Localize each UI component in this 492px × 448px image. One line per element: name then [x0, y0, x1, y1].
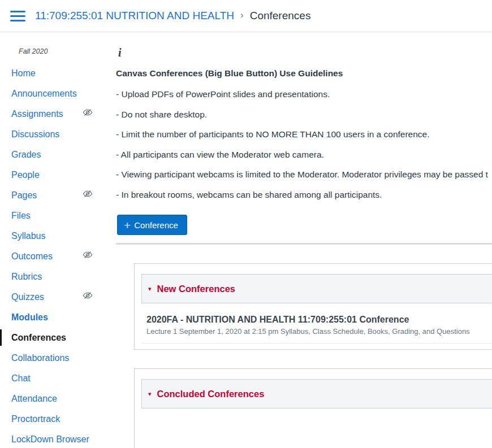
breadcrumb-header: 11:709:255:01 NUTRITION AND HEALTH › Con…: [0, 0, 492, 32]
sidebar-item-home[interactable]: Home: [0, 65, 116, 81]
sidebar-item-label: Syllabus: [11, 231, 45, 241]
sidebar-item-assignments[interactable]: Assignments: [0, 106, 116, 122]
breadcrumb-current-page: Conferences: [250, 10, 311, 22]
new-conferences-section: ▾ New Conferences 2020FA - NUTRITION AND…: [134, 263, 492, 350]
course-nav-list: Home Announcements Assignments Discussio…: [0, 65, 116, 447]
sidebar-item-collaborations[interactable]: Collaborations: [0, 350, 116, 366]
guidelines-title: Canvas Conferences (Big Blue Button) Use…: [116, 68, 492, 79]
sidebar-item-label: Home: [11, 68, 36, 78]
caret-down-icon: ▾: [148, 286, 152, 292]
sidebar-item-label: Collaborations: [11, 353, 69, 363]
sidebar-item-label: Modules: [11, 312, 48, 322]
concluded-conferences-section: ▾ Concluded Conferences: [134, 368, 492, 448]
sidebar-item-label: Chat: [11, 373, 31, 383]
hidden-eye-icon: [83, 250, 93, 259]
sidebar-item-chat[interactable]: Chat: [0, 370, 116, 386]
breadcrumb: 11:709:255:01 NUTRITION AND HEALTH › Con…: [35, 10, 310, 22]
guideline-item: - Viewing participant webcams is limited…: [116, 170, 492, 179]
conference-description: Lecture 1 September 1, 2020 at 2:15 pm S…: [146, 327, 492, 336]
sidebar-item-label: Attendance: [11, 394, 57, 403]
hamburger-bar: [10, 11, 25, 12]
sidebar-item-label: Conferences: [11, 333, 66, 342]
new-conference-button[interactable]: + Conference: [117, 215, 187, 235]
sidebar-item-label: Files: [11, 211, 31, 220]
guideline-item: - In breakout rooms, webcams can be shar…: [116, 190, 492, 199]
hidden-eye-icon: [83, 189, 93, 198]
sidebar-item-label: LockDown Browser: [11, 434, 89, 444]
content-divider: [116, 243, 492, 245]
sidebar-item-people[interactable]: People: [0, 167, 116, 183]
hamburger-bar: [10, 15, 25, 17]
guideline-item: - Do not share desktop.: [116, 110, 492, 119]
sidebar-item-lockdown-browser[interactable]: LockDown Browser: [0, 431, 116, 447]
sidebar-item-label: Grades: [11, 150, 41, 159]
conferences-main-content: i Canvas Conferences (Big Blue Button) U…: [116, 33, 492, 448]
sidebar-item-label: Assignments: [11, 109, 63, 119]
hidden-eye-icon: [83, 108, 93, 117]
sidebar-item-label: Discussions: [11, 129, 59, 139]
hamburger-menu-button[interactable]: [10, 10, 25, 22]
guideline-item: - Upload PDFs of PowerPoint slides and p…: [116, 90, 492, 98]
sidebar-item-modules[interactable]: Modules: [0, 309, 116, 325]
course-nav-sidebar: Fall 2020 Home Announcements Assignments…: [0, 33, 116, 448]
sidebar-item-discussions[interactable]: Discussions: [0, 126, 116, 142]
sidebar-item-conferences[interactable]: Conferences: [0, 329, 116, 346]
sidebar-item-label: Pages: [11, 190, 37, 200]
sidebar-item-announcements[interactable]: Announcements: [0, 85, 116, 102]
plus-icon: +: [124, 219, 131, 231]
new-conference-button-label: Conference: [134, 220, 178, 230]
conference-title: 2020FA - NUTRITION AND HEALTH 11:709:255…: [146, 315, 492, 325]
info-icon: i: [118, 46, 492, 59]
sidebar-item-syllabus[interactable]: Syllabus: [0, 228, 116, 244]
conference-list-item: 2020FA - NUTRITION AND HEALTH 11:709:255…: [141, 303, 492, 343]
sidebar-item-attendance[interactable]: Attendance: [0, 390, 116, 407]
sidebar-item-outcomes[interactable]: Outcomes: [0, 248, 116, 264]
sidebar-item-label: Announcements: [11, 89, 77, 98]
guideline-item: - Limit the number of participants to NO…: [116, 130, 492, 138]
sidebar-item-proctortrack[interactable]: Proctortrack: [0, 411, 116, 427]
sidebar-item-label: Proctortrack: [11, 414, 60, 424]
sidebar-item-pages[interactable]: Pages: [0, 187, 116, 203]
sidebar-item-files[interactable]: Files: [0, 207, 116, 224]
concluded-conferences-title: Concluded Conferences: [157, 389, 265, 399]
breadcrumb-course-link[interactable]: 11:709:255:01 NUTRITION AND HEALTH: [35, 10, 234, 22]
sidebar-item-rubrics[interactable]: Rubrics: [0, 268, 116, 285]
sidebar-item-label: Rubrics: [11, 272, 42, 281]
new-conferences-toggle[interactable]: ▾ New Conferences: [141, 274, 492, 303]
sidebar-item-label: Quizzes: [11, 292, 44, 302]
new-conferences-title: New Conferences: [157, 284, 235, 294]
sidebar-item-label: Outcomes: [11, 251, 53, 261]
hidden-eye-icon: [83, 291, 93, 300]
sidebar-item-label: People: [11, 170, 40, 180]
guideline-item: - All participants can view the Moderato…: [116, 150, 492, 159]
caret-down-icon: ▾: [148, 391, 152, 397]
chevron-right-icon: ›: [240, 10, 244, 21]
concluded-conferences-toggle[interactable]: ▾ Concluded Conferences: [141, 379, 492, 408]
term-label: Fall 2020: [19, 47, 116, 55]
hamburger-bar: [10, 20, 25, 21]
sidebar-item-grades[interactable]: Grades: [0, 146, 116, 163]
sidebar-item-quizzes[interactable]: Quizzes: [0, 289, 116, 305]
